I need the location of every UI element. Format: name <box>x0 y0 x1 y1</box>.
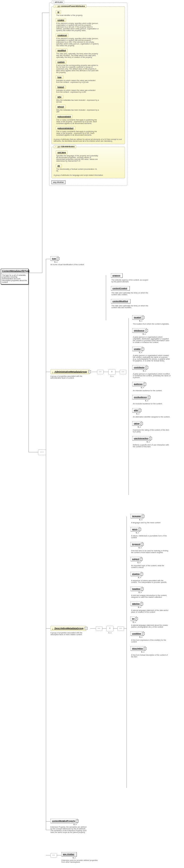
child-element: rating+0..∞Expresses the rating of the c… <box>132 421 183 433</box>
sequence-marker <box>50 853 57 858</box>
element-desc: A sequence of tokens associated with the… <box>131 580 169 583</box>
expand-icon[interactable]: + <box>149 437 152 440</box>
attribute-desc: If the element is empty, specifies which… <box>56 23 99 31</box>
attribute-desc: Indicates by which means the value was e… <box>56 80 99 83</box>
expand-icon[interactable]: + <box>76 819 79 822</box>
attribute-item: whyuriWhy the metadata has been included… <box>56 105 123 113</box>
expand-icon[interactable]: + <box>145 329 148 332</box>
element-desc: An iconic visual identification of the c… <box>50 264 88 266</box>
child-element: exclAudience+0..∞An excluded audience fo… <box>132 395 183 405</box>
element-desc: A natural-language statement of the date… <box>131 610 169 613</box>
element-name: any ##other <box>63 853 74 856</box>
attribute-item: howuriIndicates by which means the value… <box>56 85 123 93</box>
expand-icon[interactable]: + <box>142 632 145 635</box>
connector <box>46 821 50 822</box>
expand-icon[interactable]: + <box>140 422 143 425</box>
element-desc: A party (person or organisation) which m… <box>133 373 171 378</box>
element-name: headline <box>132 588 140 590</box>
attribute-desc: Why the metadata has been included - exp… <box>56 99 99 103</box>
group-header: ≡ grp i18nAttributes <box>54 145 76 148</box>
attribute-desc: The date (and, optionally, the time) whe… <box>56 53 99 58</box>
child-element: contentModifiedThe date (and optionally … <box>111 299 161 308</box>
collapse-icon[interactable]: − <box>88 371 91 373</box>
collapse-icon[interactable]: − <box>85 627 87 630</box>
element-name: infoSource <box>134 329 144 332</box>
expand-icon[interactable]: + <box>139 409 141 412</box>
attributes-container: ≡ attributes ≡ grp commonPowerAttributes… <box>49 2 127 186</box>
attribute-desc: If the element is empty, specifies which… <box>56 38 99 46</box>
element-desc: Expresses the rating of the content of t… <box>133 429 171 433</box>
element-by: by+0..∞ <box>131 617 137 621</box>
attribute-desc: The directionality of textual content (e… <box>56 168 99 172</box>
attribute-name: custom <box>56 60 66 64</box>
group-prefix: grp <box>58 146 61 148</box>
attribute-name: modified <box>56 49 68 52</box>
element-infoSource: infoSource+0..∞ <box>132 328 147 333</box>
element-language: language+0..∞ <box>131 514 143 518</box>
expand-icon[interactable]: + <box>142 515 144 518</box>
occurrence: 0..∞ <box>141 386 144 389</box>
element-name: exclAudience <box>134 396 147 398</box>
expand-icon[interactable]: + <box>141 587 144 590</box>
group-desc: A group of properties associated with th… <box>50 632 88 636</box>
child-element: infoSource+0..∞A party (person or organi… <box>132 328 183 343</box>
occurrence: 0..∞ <box>139 320 142 322</box>
occurrence: 0..∞ <box>136 413 140 415</box>
element-name: language <box>132 515 141 517</box>
connector <box>57 855 61 856</box>
element-name: altId <box>134 409 138 411</box>
connector <box>115 372 120 372</box>
element-name: located <box>134 316 141 318</box>
element-subject: subject+0..∞ <box>131 557 141 561</box>
group-header: ≡ grp commonPowerAttributes <box>54 4 86 8</box>
element-desc: Reflects a specific kind of user interac… <box>133 444 171 447</box>
element-desc: A language used by the news content <box>131 522 169 524</box>
expand-icon[interactable]: + <box>141 347 144 350</box>
expand-icon[interactable]: + <box>145 366 148 369</box>
group-footer: A group of attributes for language and s… <box>53 174 123 177</box>
element-desc: A natural-language statement about the c… <box>131 624 169 628</box>
occurrence: 0..∞ <box>139 636 143 638</box>
occurrence: 0..∞ <box>143 370 146 372</box>
element-name: contentMetaExtProperty <box>52 820 75 822</box>
expand-icon[interactable]: + <box>140 572 143 575</box>
occurrence: 0..∞ <box>110 375 114 377</box>
attribute-item: creatorIf the element is empty, specifie… <box>56 18 123 31</box>
child-element: urgencyThe editorial urgency of the cont… <box>111 273 161 283</box>
element-contentCreated: contentCreated <box>111 286 130 290</box>
element-name: contributor <box>134 366 145 369</box>
expand-icon[interactable]: + <box>140 602 143 605</box>
expand-icon[interactable]: + <box>138 528 141 531</box>
element-desc: A nature, intellectual or journalistic f… <box>131 535 169 538</box>
sequence-marker <box>120 370 126 374</box>
expand-icon[interactable]: + <box>57 257 60 260</box>
expand-icon[interactable]: + <box>148 396 150 399</box>
occurrence: 0..∞ <box>73 857 76 859</box>
expand-icon[interactable]: + <box>141 543 144 546</box>
expand-icon[interactable]: + <box>144 647 146 650</box>
expand-icon[interactable]: + <box>140 558 143 560</box>
child-element: audience+0..∞An intended audience for th… <box>132 382 183 392</box>
occurrence: 0..∞ <box>147 441 150 443</box>
attribute-desc: Why the metadata has been included - exp… <box>56 109 99 113</box>
attribute-name: why <box>56 95 63 99</box>
connector <box>46 372 50 372</box>
connector <box>126 517 127 788</box>
child-element: located+0..∞The location from which the … <box>132 315 183 325</box>
occurrence: 0..∞ <box>138 426 141 428</box>
attribute-name: id <box>56 10 61 14</box>
expand-icon[interactable]: + <box>135 617 138 620</box>
any-other-attr: any ##other <box>51 180 66 184</box>
expand-icon[interactable]: + <box>142 316 144 319</box>
expand-icon[interactable]: + <box>143 382 146 385</box>
connector <box>128 318 129 495</box>
sequence-marker <box>96 626 102 631</box>
attribute-item: idThe local identifier of the property. <box>56 10 123 16</box>
element-desc: An excluded audience for the content. <box>133 403 171 405</box>
element-name: contentCreated <box>112 287 127 289</box>
connector <box>103 372 106 372</box>
element-name: contentModified <box>112 300 128 302</box>
element-desc: The editorial urgency of the content, as… <box>111 279 149 283</box>
group-footer: A group of attributes that are defined f… <box>53 138 123 143</box>
element-exclAudience: exclAudience+0..∞ <box>132 395 149 399</box>
